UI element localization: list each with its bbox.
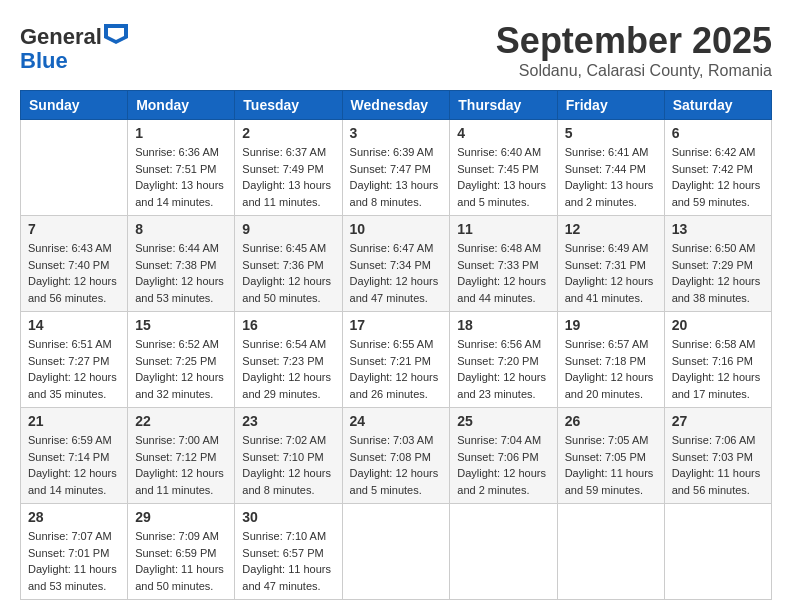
logo: General Blue	[20, 25, 128, 73]
day-number: 14	[28, 317, 120, 333]
day-detail: Sunrise: 6:36 AM Sunset: 7:51 PM Dayligh…	[135, 144, 227, 210]
day-number: 25	[457, 413, 549, 429]
calendar-cell: 8Sunrise: 6:44 AM Sunset: 7:38 PM Daylig…	[128, 216, 235, 312]
calendar-cell	[450, 504, 557, 600]
day-detail: Sunrise: 7:05 AM Sunset: 7:05 PM Dayligh…	[565, 432, 657, 498]
col-friday: Friday	[557, 91, 664, 120]
day-number: 5	[565, 125, 657, 141]
day-number: 7	[28, 221, 120, 237]
calendar-cell: 25Sunrise: 7:04 AM Sunset: 7:06 PM Dayli…	[450, 408, 557, 504]
day-number: 4	[457, 125, 549, 141]
day-detail: Sunrise: 7:09 AM Sunset: 6:59 PM Dayligh…	[135, 528, 227, 594]
day-number: 22	[135, 413, 227, 429]
calendar-cell: 13Sunrise: 6:50 AM Sunset: 7:29 PM Dayli…	[664, 216, 771, 312]
day-detail: Sunrise: 6:51 AM Sunset: 7:27 PM Dayligh…	[28, 336, 120, 402]
calendar-cell: 26Sunrise: 7:05 AM Sunset: 7:05 PM Dayli…	[557, 408, 664, 504]
calendar-cell: 5Sunrise: 6:41 AM Sunset: 7:44 PM Daylig…	[557, 120, 664, 216]
day-number: 9	[242, 221, 334, 237]
calendar-cell	[557, 504, 664, 600]
calendar-week-row: 1Sunrise: 6:36 AM Sunset: 7:51 PM Daylig…	[21, 120, 772, 216]
day-detail: Sunrise: 6:55 AM Sunset: 7:21 PM Dayligh…	[350, 336, 443, 402]
day-detail: Sunrise: 6:42 AM Sunset: 7:42 PM Dayligh…	[672, 144, 764, 210]
day-number: 26	[565, 413, 657, 429]
day-number: 19	[565, 317, 657, 333]
day-number: 27	[672, 413, 764, 429]
day-detail: Sunrise: 6:49 AM Sunset: 7:31 PM Dayligh…	[565, 240, 657, 306]
header: General Blue September 2025 Soldanu, Cal…	[20, 20, 772, 80]
calendar-table: Sunday Monday Tuesday Wednesday Thursday…	[20, 90, 772, 600]
calendar-cell: 4Sunrise: 6:40 AM Sunset: 7:45 PM Daylig…	[450, 120, 557, 216]
day-number: 29	[135, 509, 227, 525]
day-detail: Sunrise: 7:06 AM Sunset: 7:03 PM Dayligh…	[672, 432, 764, 498]
day-number: 8	[135, 221, 227, 237]
day-number: 12	[565, 221, 657, 237]
day-detail: Sunrise: 7:02 AM Sunset: 7:10 PM Dayligh…	[242, 432, 334, 498]
day-detail: Sunrise: 6:43 AM Sunset: 7:40 PM Dayligh…	[28, 240, 120, 306]
calendar-cell: 6Sunrise: 6:42 AM Sunset: 7:42 PM Daylig…	[664, 120, 771, 216]
calendar-cell: 24Sunrise: 7:03 AM Sunset: 7:08 PM Dayli…	[342, 408, 450, 504]
logo-general-text: General	[20, 24, 102, 49]
calendar-cell: 19Sunrise: 6:57 AM Sunset: 7:18 PM Dayli…	[557, 312, 664, 408]
calendar-cell: 2Sunrise: 6:37 AM Sunset: 7:49 PM Daylig…	[235, 120, 342, 216]
day-detail: Sunrise: 6:45 AM Sunset: 7:36 PM Dayligh…	[242, 240, 334, 306]
calendar-cell: 22Sunrise: 7:00 AM Sunset: 7:12 PM Dayli…	[128, 408, 235, 504]
col-thursday: Thursday	[450, 91, 557, 120]
calendar-cell	[21, 120, 128, 216]
day-number: 10	[350, 221, 443, 237]
calendar-cell: 14Sunrise: 6:51 AM Sunset: 7:27 PM Dayli…	[21, 312, 128, 408]
day-detail: Sunrise: 6:39 AM Sunset: 7:47 PM Dayligh…	[350, 144, 443, 210]
calendar-cell: 7Sunrise: 6:43 AM Sunset: 7:40 PM Daylig…	[21, 216, 128, 312]
day-number: 15	[135, 317, 227, 333]
day-detail: Sunrise: 6:59 AM Sunset: 7:14 PM Dayligh…	[28, 432, 120, 498]
day-detail: Sunrise: 7:03 AM Sunset: 7:08 PM Dayligh…	[350, 432, 443, 498]
day-detail: Sunrise: 6:40 AM Sunset: 7:45 PM Dayligh…	[457, 144, 549, 210]
day-detail: Sunrise: 6:37 AM Sunset: 7:49 PM Dayligh…	[242, 144, 334, 210]
day-number: 11	[457, 221, 549, 237]
calendar-cell: 27Sunrise: 7:06 AM Sunset: 7:03 PM Dayli…	[664, 408, 771, 504]
calendar-cell: 17Sunrise: 6:55 AM Sunset: 7:21 PM Dayli…	[342, 312, 450, 408]
calendar-cell: 11Sunrise: 6:48 AM Sunset: 7:33 PM Dayli…	[450, 216, 557, 312]
calendar-cell: 28Sunrise: 7:07 AM Sunset: 7:01 PM Dayli…	[21, 504, 128, 600]
day-detail: Sunrise: 6:50 AM Sunset: 7:29 PM Dayligh…	[672, 240, 764, 306]
day-detail: Sunrise: 6:47 AM Sunset: 7:34 PM Dayligh…	[350, 240, 443, 306]
day-number: 21	[28, 413, 120, 429]
calendar-cell: 15Sunrise: 6:52 AM Sunset: 7:25 PM Dayli…	[128, 312, 235, 408]
day-number: 17	[350, 317, 443, 333]
day-detail: Sunrise: 6:57 AM Sunset: 7:18 PM Dayligh…	[565, 336, 657, 402]
day-detail: Sunrise: 7:10 AM Sunset: 6:57 PM Dayligh…	[242, 528, 334, 594]
col-wednesday: Wednesday	[342, 91, 450, 120]
day-number: 6	[672, 125, 764, 141]
calendar-week-row: 21Sunrise: 6:59 AM Sunset: 7:14 PM Dayli…	[21, 408, 772, 504]
day-number: 13	[672, 221, 764, 237]
day-number: 23	[242, 413, 334, 429]
calendar-week-row: 28Sunrise: 7:07 AM Sunset: 7:01 PM Dayli…	[21, 504, 772, 600]
calendar-week-row: 14Sunrise: 6:51 AM Sunset: 7:27 PM Dayli…	[21, 312, 772, 408]
day-number: 24	[350, 413, 443, 429]
calendar-cell	[342, 504, 450, 600]
day-detail: Sunrise: 6:58 AM Sunset: 7:16 PM Dayligh…	[672, 336, 764, 402]
calendar-cell: 21Sunrise: 6:59 AM Sunset: 7:14 PM Dayli…	[21, 408, 128, 504]
col-tuesday: Tuesday	[235, 91, 342, 120]
day-detail: Sunrise: 7:07 AM Sunset: 7:01 PM Dayligh…	[28, 528, 120, 594]
day-detail: Sunrise: 6:41 AM Sunset: 7:44 PM Dayligh…	[565, 144, 657, 210]
day-number: 3	[350, 125, 443, 141]
day-number: 18	[457, 317, 549, 333]
day-detail: Sunrise: 7:04 AM Sunset: 7:06 PM Dayligh…	[457, 432, 549, 498]
calendar-cell: 30Sunrise: 7:10 AM Sunset: 6:57 PM Dayli…	[235, 504, 342, 600]
day-number: 30	[242, 509, 334, 525]
day-detail: Sunrise: 6:52 AM Sunset: 7:25 PM Dayligh…	[135, 336, 227, 402]
calendar-cell: 1Sunrise: 6:36 AM Sunset: 7:51 PM Daylig…	[128, 120, 235, 216]
logo-icon	[104, 24, 128, 44]
calendar-cell	[664, 504, 771, 600]
location: Soldanu, Calarasi County, Romania	[496, 62, 772, 80]
calendar-cell: 3Sunrise: 6:39 AM Sunset: 7:47 PM Daylig…	[342, 120, 450, 216]
col-monday: Monday	[128, 91, 235, 120]
day-number: 20	[672, 317, 764, 333]
calendar-cell: 20Sunrise: 6:58 AM Sunset: 7:16 PM Dayli…	[664, 312, 771, 408]
day-detail: Sunrise: 6:44 AM Sunset: 7:38 PM Dayligh…	[135, 240, 227, 306]
calendar-cell: 18Sunrise: 6:56 AM Sunset: 7:20 PM Dayli…	[450, 312, 557, 408]
day-number: 2	[242, 125, 334, 141]
calendar-header-row: Sunday Monday Tuesday Wednesday Thursday…	[21, 91, 772, 120]
calendar-cell: 23Sunrise: 7:02 AM Sunset: 7:10 PM Dayli…	[235, 408, 342, 504]
day-detail: Sunrise: 7:00 AM Sunset: 7:12 PM Dayligh…	[135, 432, 227, 498]
